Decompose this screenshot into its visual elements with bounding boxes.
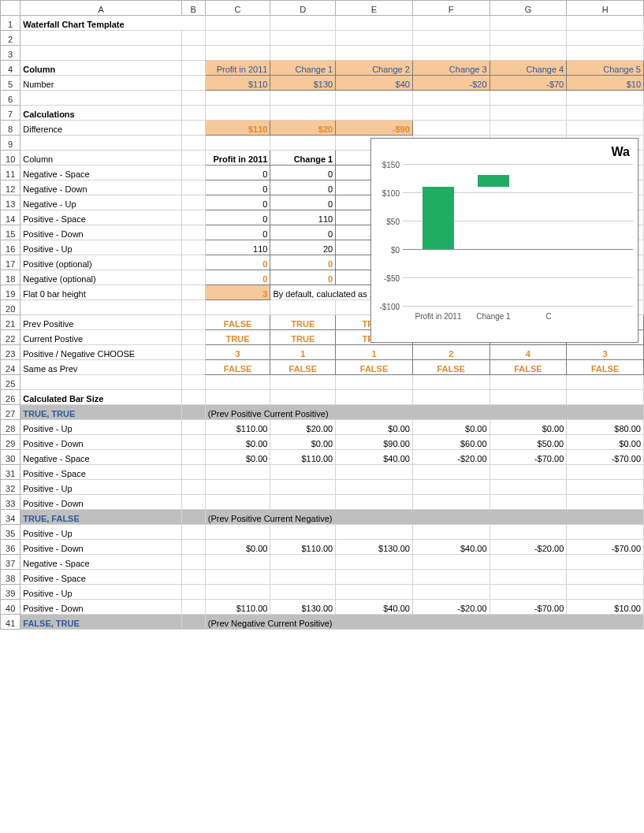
cell[interactable] (490, 495, 567, 510)
cell[interactable] (567, 480, 644, 495)
row-header-24[interactable]: 24 (1, 360, 20, 375)
cell[interactable] (412, 585, 490, 600)
cell[interactable] (567, 555, 644, 570)
col-header-C[interactable]: C (205, 1, 270, 16)
column-headers[interactable]: A B C D E F G H (1, 1, 644, 16)
cell[interactable]: 0 (270, 270, 336, 285)
cell[interactable]: 0 (205, 195, 270, 210)
cell[interactable]: 1 (270, 345, 336, 360)
row-header-7[interactable]: 7 (1, 106, 20, 121)
cell[interactable]: Change 1 (270, 151, 336, 165)
cell[interactable] (205, 480, 270, 495)
cell[interactable]: -$20.00 (490, 540, 567, 555)
cell[interactable]: FALSE (270, 360, 336, 375)
row-header-5[interactable]: 5 (1, 76, 20, 91)
cell[interactable]: $110.00 (205, 600, 270, 615)
cell[interactable]: -$70 (490, 76, 567, 91)
cell[interactable]: Change 1 (270, 61, 336, 76)
cell[interactable] (567, 570, 644, 585)
cell[interactable]: TRUE (270, 315, 336, 330)
cell[interactable] (336, 555, 413, 570)
cell[interactable] (205, 525, 270, 540)
cell[interactable] (205, 495, 270, 510)
row-header-38[interactable]: 38 (1, 570, 20, 585)
cell[interactable]: $0.00 (205, 540, 270, 555)
col-header-G[interactable]: G (490, 1, 567, 16)
col-header-H[interactable]: H (567, 1, 644, 16)
cell[interactable]: $50.00 (490, 435, 567, 450)
row-header-33[interactable]: 33 (1, 495, 20, 510)
col-header-F[interactable]: F (412, 1, 490, 16)
row-header-28[interactable]: 28 (1, 420, 20, 435)
cell[interactable] (412, 570, 490, 585)
cell[interactable] (490, 525, 567, 540)
row-header-32[interactable]: 32 (1, 480, 20, 495)
cell[interactable] (412, 555, 490, 570)
row-header-25[interactable]: 25 (1, 375, 20, 390)
cell[interactable]: 0 (205, 225, 270, 240)
cell[interactable]: -$70.00 (567, 540, 644, 555)
row-header-13[interactable]: 13 (1, 195, 20, 210)
cell[interactable]: (Prev Positive Current Positive) (205, 405, 643, 420)
cell[interactable] (490, 480, 567, 495)
row-header-6[interactable]: 6 (1, 91, 20, 106)
cell[interactable]: (Prev Positive Current Negative) (205, 510, 643, 525)
cell[interactable]: 0 (205, 210, 270, 225)
cell[interactable]: $10.00 (567, 600, 644, 615)
cell[interactable] (336, 525, 413, 540)
row-header-40[interactable]: 40 (1, 600, 20, 615)
row-header-2[interactable]: 2 (1, 31, 20, 46)
cell[interactable] (270, 495, 336, 510)
row-header-4[interactable]: 4 (1, 61, 20, 76)
cell[interactable] (270, 570, 336, 585)
cell[interactable] (205, 465, 270, 480)
cell[interactable] (490, 465, 567, 480)
cell[interactable]: -$90 (336, 121, 413, 136)
cell[interactable]: 0 (270, 255, 336, 270)
cell[interactable]: $0.00 (490, 420, 567, 435)
cell[interactable] (567, 585, 644, 600)
cell[interactable]: 110 (270, 210, 336, 225)
cell[interactable]: 3 (205, 345, 270, 360)
row-header-3[interactable]: 3 (1, 46, 20, 61)
cell[interactable] (205, 555, 270, 570)
cell[interactable]: $0.00 (270, 435, 336, 450)
select-all-corner[interactable] (1, 1, 20, 16)
cell[interactable]: 0 (205, 180, 270, 195)
cell[interactable] (412, 465, 490, 480)
cell[interactable]: Change 3 (412, 61, 490, 76)
row-header-36[interactable]: 36 (1, 540, 20, 555)
cell[interactable]: $40.00 (336, 600, 413, 615)
cell[interactable] (412, 525, 490, 540)
cell[interactable]: TRUE (205, 330, 270, 345)
cell[interactable] (412, 495, 490, 510)
cell[interactable]: $110.00 (270, 450, 336, 465)
col-header-D[interactable]: D (270, 1, 336, 16)
cell[interactable]: 0 (270, 225, 336, 240)
cell[interactable] (567, 495, 644, 510)
cell[interactable]: $40.00 (412, 540, 490, 555)
cell[interactable]: Change 5 (567, 61, 644, 76)
cell[interactable] (490, 585, 567, 600)
cell[interactable]: -$70.00 (490, 600, 567, 615)
row-header-10[interactable]: 10 (1, 151, 20, 165)
cell[interactable]: $60.00 (412, 435, 490, 450)
col-header-B[interactable]: B (181, 1, 205, 16)
row-header-31[interactable]: 31 (1, 465, 20, 480)
cell[interactable]: $110 (205, 121, 270, 136)
cell[interactable]: (Prev Negative Current Positive) (205, 615, 643, 630)
row-header-37[interactable]: 37 (1, 555, 20, 570)
cell[interactable]: 0 (270, 180, 336, 195)
cell[interactable]: FALSE (412, 360, 490, 375)
cell[interactable] (270, 480, 336, 495)
cell[interactable]: 0 (205, 270, 270, 285)
row-header-9[interactable]: 9 (1, 136, 20, 151)
cell[interactable]: FALSE (567, 360, 644, 375)
cell[interactable] (490, 570, 567, 585)
cell[interactable]: TRUE (270, 330, 336, 345)
cell[interactable]: FALSE (490, 360, 567, 375)
row-header-15[interactable]: 15 (1, 225, 20, 240)
cell[interactable]: Profit in 2011 (205, 151, 270, 165)
row-header-29[interactable]: 29 (1, 435, 20, 450)
cell[interactable]: FALSE (336, 360, 413, 375)
